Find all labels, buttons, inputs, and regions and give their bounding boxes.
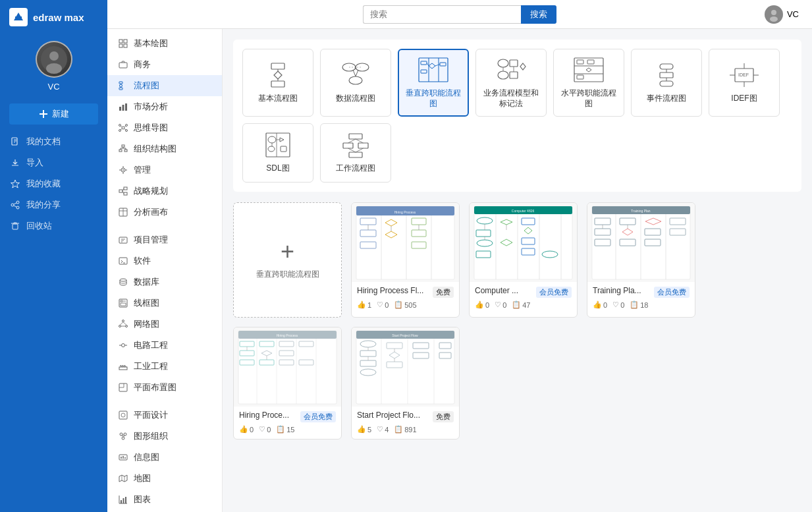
diagram-type-basic-flow[interactable]: 基本流程图: [242, 49, 313, 117]
template-card-hiring[interactable]: Hiring Process: [233, 327, 342, 440]
trash-icon: [9, 220, 21, 232]
template-card-training[interactable]: Training Plan: [587, 202, 695, 318]
svg-rect-229: [238, 331, 337, 404]
diagram-type-vertical-swimlane[interactable]: 垂直跨职能流程图: [398, 49, 469, 117]
sdl-label: SDL图: [266, 163, 289, 174]
svg-rect-132: [510, 60, 518, 67]
likes-training: 👍 0: [593, 300, 607, 309]
mind-icon: [118, 123, 128, 133]
card-info-start-project: Start Project Flo... 免费 👍 5 ♡ 4 📋 891: [352, 407, 459, 439]
sidebar-item-project[interactable]: 项目管理: [107, 229, 222, 250]
diagram-type-work-flow[interactable]: 工作流程图: [320, 123, 391, 183]
sidebar-item-mindmap[interactable]: 思维导图: [107, 117, 222, 138]
badge-hiring: 会员免费: [300, 411, 336, 422]
sidebar-item-analysis[interactable]: 分析画布: [107, 202, 222, 223]
svg-rect-160: [281, 146, 286, 152]
file-icon: [9, 136, 21, 148]
svg-rect-23: [119, 63, 127, 68]
sidebar-item-manage[interactable]: 管理: [107, 159, 222, 181]
svg-point-87: [121, 413, 125, 417]
copies-training: 📋 18: [630, 300, 648, 309]
badge-start-project: 免费: [433, 411, 454, 422]
svg-line-39: [121, 128, 122, 129]
sidebar-item-map[interactable]: 地图: [107, 468, 222, 489]
sidebar-item-business[interactable]: 商务: [107, 54, 222, 75]
svg-line-130: [435, 65, 440, 67]
main-content: 基本流程图 数据流程图: [223, 29, 812, 512]
svg-point-161: [268, 146, 275, 152]
svg-rect-30: [122, 105, 124, 111]
svg-point-3: [49, 51, 59, 61]
svg-marker-133: [520, 63, 526, 70]
svg-rect-189: [474, 206, 572, 279]
svg-rect-26: [119, 88, 122, 90]
card-title-start-project: Start Project Flo...: [357, 411, 433, 420]
svg-rect-125: [421, 61, 427, 65]
sidebar-item-flowchart[interactable]: 流程图: [107, 75, 222, 96]
horizontal-swimlane-label: 水平跨职能流程图: [558, 88, 620, 109]
sidebar-item-import[interactable]: 导入: [0, 152, 107, 173]
svg-point-131: [498, 59, 508, 67]
svg-point-9: [16, 201, 19, 204]
diagram-type-sdl[interactable]: SDL图: [242, 123, 313, 183]
sidebar-item-share[interactable]: 我的分享: [0, 194, 107, 215]
sidebar-item-wireframe[interactable]: 线框图: [107, 293, 222, 314]
template-card-computer[interactable]: Computer 4826: [469, 202, 578, 318]
search-input[interactable]: [363, 5, 521, 24]
event-flow-icon: [651, 62, 682, 88]
sidebar-item-my-docs[interactable]: 我的文档: [0, 131, 107, 152]
svg-rect-22: [124, 44, 127, 47]
industrial-icon: [118, 361, 128, 372]
new-button[interactable]: 新建: [9, 103, 98, 125]
template-preview-start-project: Start Project Flow: [352, 327, 459, 407]
svg-rect-138: [574, 58, 603, 82]
sidebar-item-info[interactable]: 信息图: [107, 447, 222, 468]
diagram-type-event-flow[interactable]: 事件流程图: [631, 49, 702, 117]
diagram-type-idef[interactable]: IDEF IDEF图: [709, 49, 780, 117]
software-icon: [118, 256, 128, 266]
card-info-hiring: Hiring Proce... 会员免费 👍 0 ♡ 0 📋 15: [234, 407, 341, 439]
svg-rect-42: [119, 150, 122, 152]
card-meta-start-project: 👍 5 ♡ 4 📋 891: [357, 425, 454, 434]
diagram-type-data-flow[interactable]: 数据流程图: [320, 49, 391, 117]
sidebar-item-industrial[interactable]: 工业工程: [107, 356, 222, 377]
svg-rect-21: [119, 44, 122, 47]
svg-rect-144: [577, 75, 583, 79]
sidebar-item-market[interactable]: 市场分析: [107, 96, 222, 117]
svg-rect-41: [122, 145, 124, 147]
template-card-start-project[interactable]: Start Project Flow: [351, 327, 460, 440]
sidebar-item-network[interactable]: 网络图: [107, 314, 222, 335]
sidebar-item-strategy[interactable]: 战略规划: [107, 181, 222, 202]
sidebar-item-software[interactable]: 软件: [107, 250, 222, 271]
svg-rect-100: [121, 500, 122, 503]
favorites-start-project: ♡ 4: [377, 425, 389, 434]
favorites-training: ♡ 0: [612, 300, 624, 309]
template-card-hiring-fl[interactable]: Hiring Process: [351, 202, 460, 318]
sidebar-item-favorites[interactable]: 我的收藏: [0, 173, 107, 194]
sidebar-item-org[interactable]: 组织结构图: [107, 138, 222, 159]
svg-rect-172: [356, 206, 454, 279]
sidebar-item-circuit[interactable]: 电路工程: [107, 335, 222, 356]
sidebar-item-trash[interactable]: 回收站: [0, 215, 107, 237]
sidebar-item-floor[interactable]: 平面布置图: [107, 377, 222, 398]
svg-line-12: [14, 203, 16, 204]
work-flow-icon: [340, 132, 371, 158]
diagram-type-horizontal-swimlane[interactable]: 水平跨职能流程图: [553, 49, 624, 117]
svg-rect-43: [124, 150, 127, 152]
sidebar-item-database[interactable]: 数据库: [107, 271, 222, 293]
sidebar-item-flat-design[interactable]: 平面设计: [107, 405, 222, 426]
search-button[interactable]: 搜索: [521, 5, 556, 24]
diagram-type-biz-process[interactable]: 业务流程模型和标记法: [475, 49, 547, 117]
sidebar-item-chart[interactable]: 图表: [107, 489, 222, 510]
logo: edraw max: [0, 0, 107, 34]
svg-point-75: [126, 326, 128, 327]
sidebar-item-basic[interactable]: 基本绘图: [107, 33, 222, 54]
sidebar-item-graphic-org[interactable]: 图形组织: [107, 426, 222, 447]
strategy-icon: [118, 186, 128, 196]
logo-icon: [9, 8, 28, 26]
svg-point-10: [11, 204, 14, 206]
sdl-icon: [262, 132, 294, 158]
svg-text:Start Project Flow: Start Project Flow: [392, 333, 418, 337]
new-template-card[interactable]: + 垂直跨职能流程图: [233, 202, 342, 318]
card-meta-training: 👍 0 ♡ 0 📋 18: [593, 300, 690, 309]
